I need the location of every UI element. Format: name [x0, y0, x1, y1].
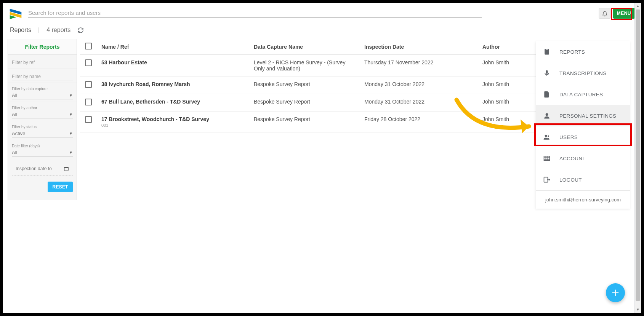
mic-icon: [543, 69, 551, 77]
chevron-down-icon: ▼: [69, 150, 73, 155]
menu-item-label: TRANSCRIPTIONS: [559, 70, 606, 76]
reports-count: 4 reports: [46, 27, 70, 34]
col-date[interactable]: Inspection Date: [360, 39, 478, 55]
row-name: 67 Bull Lane, Bethersden - T&D Survey: [97, 94, 249, 112]
menu-item-label: USERS: [559, 134, 578, 140]
calendar-icon: [64, 166, 69, 171]
svg-point-7: [548, 135, 549, 137]
menu-item-label: DATA CAPTURES: [559, 92, 603, 97]
plus-icon: [611, 289, 620, 297]
row-checkbox[interactable]: [85, 116, 92, 123]
row-checkbox[interactable]: [85, 81, 92, 88]
notifications-button[interactable]: [599, 8, 611, 19]
scroll-thumb[interactable]: [636, 10, 640, 301]
row-ref: 001: [101, 123, 245, 128]
row-author: John Smith: [478, 55, 542, 77]
search-field-wrap: [28, 10, 482, 18]
menu-item-logout[interactable]: LOGOUT: [536, 169, 630, 190]
menu-item-label: PERSONAL SETTINGS: [559, 113, 616, 119]
filter-status-label: Filter by status: [12, 125, 73, 129]
menu-item-transcriptions[interactable]: TRANSCRIPTIONS: [536, 62, 630, 84]
table-row[interactable]: 67 Bull Lane, Bethersden - T&D SurveyBes…: [80, 94, 542, 112]
row-name: 17 Brookstreet, Woodchurch - T&D Survey0…: [97, 112, 249, 132]
select-all-checkbox[interactable]: [85, 43, 92, 49]
vertical-scrollbar[interactable]: [634, 3, 641, 313]
row-name: 38 Ivychurch Road, Romney Marsh: [97, 77, 249, 94]
filter-date-days-value: All: [12, 150, 17, 155]
row-checkbox[interactable]: [85, 59, 92, 66]
filter-status-value: Active: [12, 131, 25, 136]
row-capture: Bespoke Survey Report: [249, 77, 360, 94]
filter-title: Filter Reports: [8, 39, 77, 55]
breadcrumb-reports[interactable]: Reports: [10, 27, 31, 34]
app-logo[interactable]: [9, 7, 22, 20]
svg-rect-4: [64, 167, 69, 168]
row-capture: Level 2 - RICS Home Survey - (Survey Onl…: [249, 55, 360, 77]
row-date: Friday 28 October 2022: [360, 112, 478, 132]
row-date: Thursday 17 November 2022: [360, 55, 478, 77]
row-author: John Smith: [478, 112, 542, 132]
doc-icon: [543, 91, 551, 98]
filter-date-days-label: Date filter (days): [12, 144, 73, 148]
menu-panel: REPORTSTRANSCRIPTIONSDATA CAPTURESPERSON…: [536, 41, 630, 209]
menu-item-data-captures[interactable]: DATA CAPTURES: [536, 84, 630, 105]
group-icon: [543, 133, 551, 141]
col-author[interactable]: Author: [478, 39, 542, 55]
reports-table: Name / Ref Data Capture Name Inspection …: [80, 39, 542, 132]
col-name[interactable]: Name / Ref: [97, 39, 249, 55]
col-capture[interactable]: Data Capture Name: [249, 39, 360, 55]
chevron-down-icon: ▼: [69, 112, 73, 117]
add-button[interactable]: [606, 283, 625, 302]
filter-status-select[interactable]: Active ▼: [12, 130, 73, 137]
reset-button[interactable]: RESET: [48, 182, 73, 192]
grid-icon: [543, 155, 551, 162]
menu-user-email: john.smith@herron-surveying.com: [536, 190, 630, 209]
row-date: Monday 31 October 2022: [360, 94, 478, 112]
row-date: Monday 31 October 2022: [360, 77, 478, 94]
row-checkbox[interactable]: [85, 99, 92, 105]
logout-icon: [543, 176, 551, 184]
filter-inspection-date-label: Inspection date to: [16, 166, 52, 171]
chevron-down-icon: ▼: [69, 131, 73, 136]
filter-name-input[interactable]: [12, 73, 73, 80]
row-author: John Smith: [478, 77, 542, 94]
search-input[interactable]: [28, 10, 482, 16]
person-icon: [543, 112, 551, 120]
row-capture: Bespoke Survey Report: [249, 112, 360, 132]
filter-author-value: All: [12, 112, 17, 117]
svg-point-6: [545, 135, 547, 137]
filter-data-capture-value: All: [12, 93, 17, 98]
svg-rect-8: [544, 156, 550, 161]
menu-button[interactable]: MENU: [613, 8, 635, 19]
filter-inspection-date-to[interactable]: Inspection date to: [12, 162, 73, 176]
refresh-icon[interactable]: [77, 27, 84, 34]
svg-point-5: [546, 113, 548, 116]
menu-item-personal-settings[interactable]: PERSONAL SETTINGS: [536, 105, 630, 126]
filter-author-select[interactable]: All ▼: [12, 111, 73, 118]
menu-item-users[interactable]: USERS: [536, 126, 630, 148]
menu-item-label: LOGOUT: [559, 177, 582, 183]
row-name: 53 Harbour Estate: [97, 55, 249, 77]
chevron-down-icon: ▼: [69, 93, 73, 97]
table-row[interactable]: 53 Harbour EstateLevel 2 - RICS Home Sur…: [80, 55, 542, 77]
menu-item-account[interactable]: ACCOUNT: [536, 148, 630, 169]
filter-author-label: Filter by author: [12, 106, 73, 110]
menu-item-label: REPORTS: [559, 49, 585, 55]
filter-ref-input[interactable]: [12, 59, 73, 66]
filter-date-days-select[interactable]: All ▼: [12, 149, 73, 156]
row-author: John Smith: [478, 94, 542, 112]
separator: |: [38, 27, 40, 34]
table-row[interactable]: 17 Brookstreet, Woodchurch - T&D Survey0…: [80, 112, 542, 132]
table-row[interactable]: 38 Ivychurch Road, Romney MarshBespoke S…: [80, 77, 542, 94]
filter-data-capture-label: Filter by data capture: [12, 87, 73, 91]
filter-panel: Filter Reports Filter by data capture Al…: [8, 39, 77, 200]
clipboard-icon: [543, 48, 551, 56]
filter-data-capture-select[interactable]: All ▼: [12, 92, 73, 99]
menu-item-label: ACCOUNT: [559, 156, 586, 161]
row-capture: Bespoke Survey Report: [249, 94, 360, 112]
menu-item-reports[interactable]: REPORTS: [536, 41, 630, 62]
